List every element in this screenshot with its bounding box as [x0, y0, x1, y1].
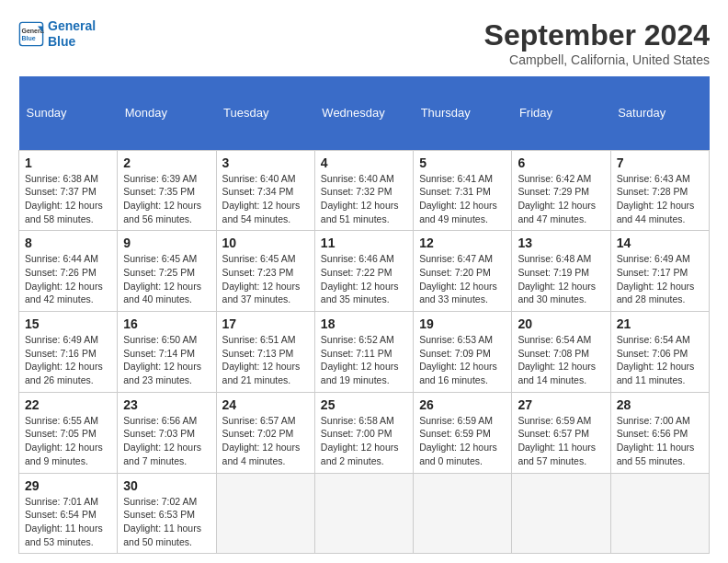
calendar-cell: 19Sunrise: 6:53 AM Sunset: 7:09 PM Dayli…	[414, 312, 512, 393]
calendar-cell: 3Sunrise: 6:40 AM Sunset: 7:34 PM Daylig…	[216, 150, 314, 231]
calendar-cell: 11Sunrise: 6:46 AM Sunset: 7:22 PM Dayli…	[314, 231, 413, 312]
day-info: Sunrise: 6:53 AM Sunset: 7:09 PM Dayligh…	[419, 333, 506, 387]
day-number: 10	[222, 236, 309, 250]
day-info: Sunrise: 6:59 AM Sunset: 6:59 PM Dayligh…	[419, 414, 506, 468]
calendar-cell: 10Sunrise: 6:45 AM Sunset: 7:23 PM Dayli…	[216, 231, 314, 312]
day-info: Sunrise: 6:49 AM Sunset: 7:16 PM Dayligh…	[25, 333, 111, 387]
day-number: 22	[25, 397, 111, 412]
day-number: 23	[123, 397, 210, 412]
day-number: 21	[617, 316, 703, 331]
calendar-cell: 17Sunrise: 6:51 AM Sunset: 7:13 PM Dayli…	[216, 312, 314, 393]
day-number: 20	[518, 316, 604, 331]
day-info: Sunrise: 6:54 AM Sunset: 7:08 PM Dayligh…	[518, 333, 604, 387]
day-number: 27	[518, 397, 604, 412]
day-number: 6	[518, 155, 604, 170]
day-number: 4	[321, 155, 407, 170]
col-monday: Monday	[118, 76, 216, 150]
day-info: Sunrise: 6:39 AM Sunset: 7:35 PM Dayligh…	[123, 172, 210, 226]
calendar-cell	[512, 473, 610, 554]
title-block: September 2024 Campbell, California, Uni…	[484, 18, 710, 67]
calendar-cell: 20Sunrise: 6:54 AM Sunset: 7:08 PM Dayli…	[512, 312, 610, 393]
day-number: 13	[518, 236, 604, 250]
calendar-cell: 23Sunrise: 6:56 AM Sunset: 7:03 PM Dayli…	[118, 392, 216, 473]
calendar-cell: 24Sunrise: 6:57 AM Sunset: 7:02 PM Dayli…	[216, 392, 314, 473]
calendar-cell	[216, 473, 314, 554]
day-number: 17	[222, 316, 309, 331]
day-info: Sunrise: 6:49 AM Sunset: 7:17 PM Dayligh…	[617, 252, 703, 306]
calendar-cell: 30Sunrise: 7:02 AM Sunset: 6:53 PM Dayli…	[118, 473, 216, 554]
calendar-cell	[414, 473, 512, 554]
col-wednesday: Wednesday	[314, 76, 413, 150]
day-number: 3	[222, 155, 309, 170]
location-subtitle: Campbell, California, United States	[484, 52, 710, 67]
day-info: Sunrise: 6:40 AM Sunset: 7:34 PM Dayligh…	[222, 172, 309, 226]
calendar-cell: 5Sunrise: 6:41 AM Sunset: 7:31 PM Daylig…	[414, 150, 512, 231]
col-friday: Friday	[512, 76, 610, 150]
day-number: 2	[123, 155, 210, 170]
calendar-cell	[610, 473, 709, 554]
day-info: Sunrise: 6:50 AM Sunset: 7:14 PM Dayligh…	[123, 333, 210, 387]
calendar-week-4: 22Sunrise: 6:55 AM Sunset: 7:05 PM Dayli…	[19, 392, 710, 473]
calendar-cell: 6Sunrise: 6:42 AM Sunset: 7:29 PM Daylig…	[512, 150, 610, 231]
calendar-week-3: 15Sunrise: 6:49 AM Sunset: 7:16 PM Dayli…	[19, 312, 710, 393]
day-info: Sunrise: 6:57 AM Sunset: 7:02 PM Dayligh…	[222, 414, 309, 468]
day-number: 26	[419, 397, 506, 412]
day-info: Sunrise: 7:00 AM Sunset: 6:56 PM Dayligh…	[617, 414, 703, 468]
day-number: 7	[617, 155, 703, 170]
calendar-cell: 15Sunrise: 6:49 AM Sunset: 7:16 PM Dayli…	[19, 312, 118, 393]
calendar-cell: 8Sunrise: 6:44 AM Sunset: 7:26 PM Daylig…	[19, 231, 118, 312]
calendar-cell: 1Sunrise: 6:38 AM Sunset: 7:37 PM Daylig…	[19, 150, 118, 231]
day-info: Sunrise: 6:46 AM Sunset: 7:22 PM Dayligh…	[321, 252, 407, 306]
calendar-cell: 2Sunrise: 6:39 AM Sunset: 7:35 PM Daylig…	[118, 150, 216, 231]
calendar-cell: 14Sunrise: 6:49 AM Sunset: 7:17 PM Dayli…	[610, 231, 709, 312]
col-sunday: Sunday	[19, 76, 118, 150]
calendar-cell: 12Sunrise: 6:47 AM Sunset: 7:20 PM Dayli…	[414, 231, 512, 312]
calendar-cell: 7Sunrise: 6:43 AM Sunset: 7:28 PM Daylig…	[610, 150, 709, 231]
day-info: Sunrise: 6:45 AM Sunset: 7:23 PM Dayligh…	[222, 252, 309, 306]
header-row: Sunday Monday Tuesday Wednesday Thursday…	[19, 76, 710, 150]
day-number: 5	[419, 155, 506, 170]
day-number: 1	[25, 155, 111, 170]
day-info: Sunrise: 7:01 AM Sunset: 6:54 PM Dayligh…	[25, 495, 111, 549]
day-number: 24	[222, 397, 309, 412]
day-number: 16	[123, 316, 210, 331]
calendar-cell	[314, 473, 413, 554]
day-info: Sunrise: 7:02 AM Sunset: 6:53 PM Dayligh…	[123, 495, 210, 549]
svg-text:Blue: Blue	[22, 35, 36, 41]
day-number: 8	[25, 236, 111, 250]
day-info: Sunrise: 6:51 AM Sunset: 7:13 PM Dayligh…	[222, 333, 309, 387]
calendar-cell: 27Sunrise: 6:59 AM Sunset: 6:57 PM Dayli…	[512, 392, 610, 473]
day-number: 18	[321, 316, 407, 331]
day-info: Sunrise: 6:40 AM Sunset: 7:32 PM Dayligh…	[321, 172, 407, 226]
calendar-cell: 4Sunrise: 6:40 AM Sunset: 7:32 PM Daylig…	[314, 150, 413, 231]
day-info: Sunrise: 6:56 AM Sunset: 7:03 PM Dayligh…	[123, 414, 210, 468]
calendar-week-5: 29Sunrise: 7:01 AM Sunset: 6:54 PM Dayli…	[19, 473, 710, 554]
calendar-cell: 28Sunrise: 7:00 AM Sunset: 6:56 PM Dayli…	[610, 392, 709, 473]
day-number: 30	[123, 478, 210, 493]
calendar-table: Sunday Monday Tuesday Wednesday Thursday…	[18, 76, 710, 554]
day-number: 12	[419, 236, 506, 250]
calendar-cell: 26Sunrise: 6:59 AM Sunset: 6:59 PM Dayli…	[414, 392, 512, 473]
month-title: September 2024	[484, 18, 710, 52]
day-number: 15	[25, 316, 111, 331]
svg-rect-0	[19, 22, 42, 45]
day-info: Sunrise: 6:43 AM Sunset: 7:28 PM Dayligh…	[617, 172, 703, 226]
calendar-cell: 13Sunrise: 6:48 AM Sunset: 7:19 PM Dayli…	[512, 231, 610, 312]
logo-text: GeneralBlue	[48, 18, 96, 50]
calendar-cell: 25Sunrise: 6:58 AM Sunset: 7:00 PM Dayli…	[314, 392, 413, 473]
calendar-week-2: 8Sunrise: 6:44 AM Sunset: 7:26 PM Daylig…	[19, 231, 710, 312]
day-info: Sunrise: 6:58 AM Sunset: 7:00 PM Dayligh…	[321, 414, 407, 468]
col-thursday: Thursday	[414, 76, 512, 150]
day-info: Sunrise: 6:48 AM Sunset: 7:19 PM Dayligh…	[518, 252, 604, 306]
day-number: 9	[123, 236, 210, 250]
day-number: 14	[617, 236, 703, 250]
col-tuesday: Tuesday	[216, 76, 314, 150]
day-info: Sunrise: 6:42 AM Sunset: 7:29 PM Dayligh…	[518, 172, 604, 226]
logo-icon: General Blue	[18, 21, 44, 47]
day-info: Sunrise: 6:52 AM Sunset: 7:11 PM Dayligh…	[321, 333, 407, 387]
logo: General Blue GeneralBlue	[18, 18, 96, 50]
day-number: 29	[25, 478, 111, 493]
day-number: 28	[617, 397, 703, 412]
calendar-cell: 29Sunrise: 7:01 AM Sunset: 6:54 PM Dayli…	[19, 473, 118, 554]
col-saturday: Saturday	[610, 76, 709, 150]
